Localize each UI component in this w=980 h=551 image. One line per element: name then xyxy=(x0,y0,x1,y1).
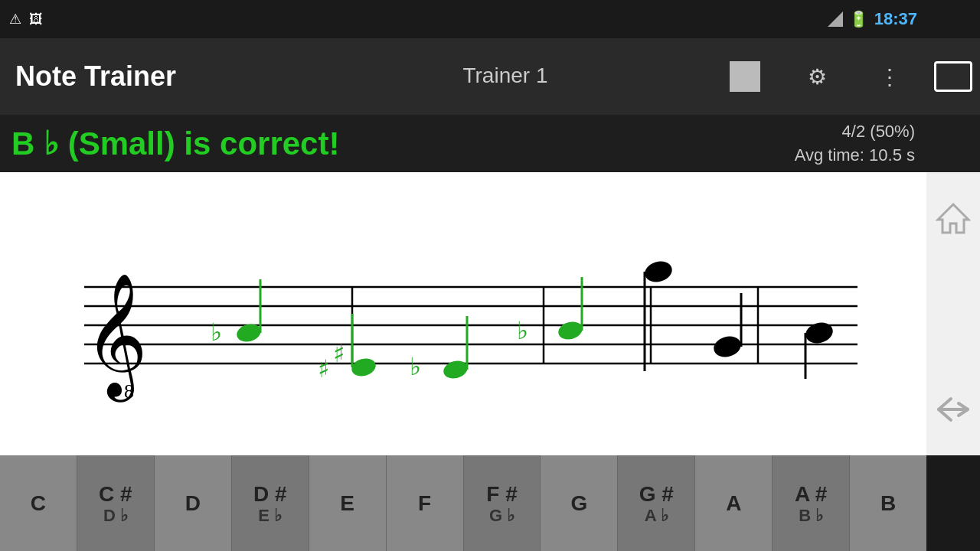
key-main-label: F xyxy=(418,491,431,517)
key-main-label: C xyxy=(31,491,46,517)
svg-text:𝄞: 𝄞 xyxy=(84,275,148,403)
feedback-bar: B ♭ (Small) is correct! 4/2 (50%) Avg ti… xyxy=(0,115,926,172)
stop-icon xyxy=(730,61,760,92)
app-title: Note Trainer xyxy=(0,60,302,93)
right-piano-area xyxy=(926,455,980,551)
svg-text:♯: ♯ xyxy=(333,340,345,367)
key-main-label: G xyxy=(571,491,588,517)
status-bar: ⚠ 🖼 🔋 18:37 xyxy=(0,0,926,38)
home-button[interactable] xyxy=(930,195,976,241)
staff-area: 𝄞 8 ♭ ♯ ♯ ♭ ♭ xyxy=(0,172,926,455)
key-main-label: E xyxy=(340,491,354,517)
avg-time-text: Avg time: 10.5 s xyxy=(795,144,915,168)
image-icon: 🖼 xyxy=(29,11,43,28)
right-status-area xyxy=(926,0,980,38)
score-text: 4/2 (50%) xyxy=(795,120,915,144)
key-alt-label: D ♭ xyxy=(103,507,128,525)
piano-key-a#[interactable]: A #B ♭ xyxy=(773,455,850,551)
svg-point-23 xyxy=(557,319,585,342)
piano-key-b[interactable]: B xyxy=(850,455,926,551)
svg-point-27 xyxy=(711,334,743,360)
key-main-label: A # xyxy=(795,481,828,507)
piano-key-g[interactable]: G xyxy=(541,455,618,551)
key-main-label: D xyxy=(185,491,201,517)
more-button[interactable]: ⋮ xyxy=(854,38,926,115)
key-main-label: F # xyxy=(486,481,517,507)
back-button[interactable] xyxy=(930,386,976,432)
key-main-label: A xyxy=(726,491,741,517)
piano-key-a[interactable]: A xyxy=(695,455,773,551)
svg-point-20 xyxy=(442,358,470,381)
clock: 18:37 xyxy=(874,9,917,29)
svg-text:♯: ♯ xyxy=(318,355,329,383)
svg-marker-32 xyxy=(938,204,969,233)
key-alt-label: G ♭ xyxy=(489,507,514,525)
back-icon xyxy=(936,396,971,423)
sliders-button[interactable]: ⚙ xyxy=(781,38,854,115)
svg-text:8: 8 xyxy=(124,380,134,403)
right-top-bar-area xyxy=(926,38,980,115)
svg-point-25 xyxy=(642,259,675,285)
key-alt-label: E ♭ xyxy=(258,507,282,525)
piano-key-d[interactable]: D xyxy=(155,455,232,551)
key-main-label: D # xyxy=(253,481,287,507)
music-staff: 𝄞 8 ♭ ♯ ♯ ♭ ♭ xyxy=(23,172,865,455)
svg-point-17 xyxy=(350,356,378,379)
warning-icon: ⚠ xyxy=(9,11,21,28)
key-alt-label: B ♭ xyxy=(799,507,823,525)
piano-key-d#[interactable]: D #E ♭ xyxy=(232,455,309,551)
signal-icon xyxy=(828,11,843,27)
key-main-label: C # xyxy=(99,481,132,507)
svg-text:♭: ♭ xyxy=(410,353,421,380)
piano-bar: CC #D ♭DD #E ♭EFF #G ♭GG #A ♭AA #B ♭B xyxy=(0,455,926,551)
key-main-label: G # xyxy=(639,481,674,507)
stop-button[interactable] xyxy=(708,38,781,115)
status-bar-left: ⚠ 🖼 xyxy=(9,11,43,28)
svg-text:♭: ♭ xyxy=(211,318,222,346)
battery-icon: 🔋 xyxy=(849,10,868,28)
landscape-button[interactable] xyxy=(934,61,972,92)
sliders-icon: ⚙ xyxy=(808,64,827,90)
piano-key-f#[interactable]: F #G ♭ xyxy=(464,455,541,551)
key-alt-label: A ♭ xyxy=(645,507,668,525)
tab-trainer1[interactable]: Trainer 1 xyxy=(302,38,708,115)
piano-key-e[interactable]: E xyxy=(309,455,387,551)
status-bar-right: 🔋 18:37 xyxy=(828,9,917,29)
home-icon xyxy=(936,201,971,236)
piano-key-g#[interactable]: G #A ♭ xyxy=(618,455,695,551)
piano-key-f[interactable]: F xyxy=(387,455,464,551)
right-staff-area xyxy=(926,172,980,455)
stats-panel: 4/2 (50%) Avg time: 10.5 s xyxy=(795,120,915,168)
svg-marker-0 xyxy=(828,11,843,27)
svg-text:♭: ♭ xyxy=(517,317,528,344)
right-panel xyxy=(926,0,980,551)
feedback-text: B ♭ (Small) is correct! xyxy=(11,125,339,162)
key-main-label: B xyxy=(880,491,896,517)
right-feedback-area xyxy=(926,115,980,172)
piano-key-c#[interactable]: C #D ♭ xyxy=(77,455,155,551)
more-icon: ⋮ xyxy=(879,64,902,90)
piano-key-c[interactable]: C xyxy=(0,455,77,551)
svg-point-29 xyxy=(803,320,835,346)
top-bar: Note Trainer Trainer 1 ⚙ ⋮ xyxy=(0,38,926,115)
top-bar-actions: ⚙ ⋮ xyxy=(708,38,926,115)
